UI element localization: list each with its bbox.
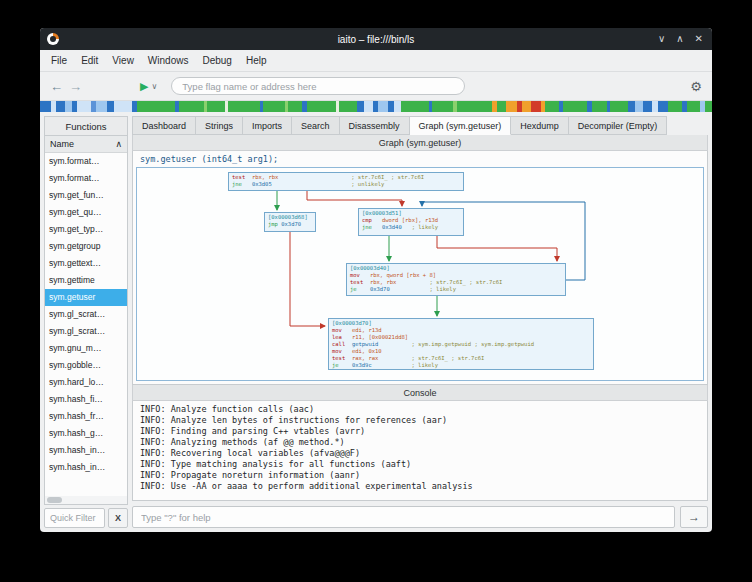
asm-token: edi, 0x10: [352, 348, 382, 354]
command-row: →: [132, 506, 708, 528]
titlebar[interactable]: iaito – file:///bin/ls ∨ ∧ ✕: [40, 28, 712, 50]
asm-line: [0x00003d51]: [362, 210, 460, 217]
menu-debug[interactable]: Debug: [195, 52, 238, 69]
function-list-item[interactable]: sym.get_fun…: [45, 187, 127, 204]
asm-line: je 0x3d9c ; likely: [332, 362, 590, 369]
function-list-item[interactable]: sym.format…: [45, 170, 127, 187]
function-list-item[interactable]: sym.getgroup: [45, 238, 127, 255]
mem-segment: [107, 101, 114, 112]
asm-token: je: [332, 362, 352, 368]
tab-strings[interactable]: Strings: [196, 116, 243, 135]
close-icon[interactable]: ✕: [695, 28, 703, 50]
asm-line: [0x00003d40]: [350, 265, 562, 272]
function-list-item[interactable]: sym.hash_in…: [45, 442, 127, 459]
asm-line: test rbx, rbx ; str.7c6I_ ; str.7c6I: [232, 174, 460, 181]
mem-segment: [658, 101, 669, 112]
mem-segment: [592, 101, 606, 112]
mem-segment: [137, 101, 176, 112]
basic-block[interactable]: [0x00003d70]mov edi, r13dlea r11, [0x000…: [328, 318, 594, 370]
function-list-item[interactable]: sym.getuser: [45, 289, 127, 306]
function-list-item[interactable]: sym.gettime: [45, 272, 127, 289]
console-widget-header[interactable]: Console: [132, 385, 708, 401]
tab-disassembly[interactable]: Disassembly: [340, 116, 410, 135]
mem-segment: [687, 101, 699, 112]
asm-line: test rbx, rbx ; str.7c6I_ ; str.7c6I: [350, 279, 562, 286]
mem-segment: [357, 101, 364, 112]
tab-search[interactable]: Search: [292, 116, 340, 135]
mem-segment: [522, 101, 531, 112]
mem-segment: [635, 101, 644, 112]
tab-graph-sym-getuser[interactable]: Graph (sym.getuser): [410, 116, 512, 135]
graph-widget-header[interactable]: Graph (sym.getuser): [132, 135, 708, 151]
functions-tab[interactable]: Functions: [44, 116, 128, 135]
back-icon[interactable]: ←: [50, 80, 63, 93]
debug-controls: ▶ ∨: [140, 80, 157, 93]
tab-imports[interactable]: Imports: [243, 116, 292, 135]
asm-token: ; likely: [390, 286, 456, 292]
function-list-item[interactable]: sym.hard_lo…: [45, 374, 127, 391]
maximize-icon[interactable]: ∧: [676, 28, 683, 50]
function-list-item[interactable]: sym.gl_scrat…: [45, 306, 127, 323]
horizontal-scrollbar[interactable]: [45, 496, 127, 504]
function-list-item[interactable]: sym.hash_g…: [45, 425, 127, 442]
minimize-icon[interactable]: ∨: [658, 28, 665, 50]
mem-segment: [563, 101, 588, 112]
function-list-item[interactable]: sym.gettext…: [45, 255, 127, 272]
function-list-item[interactable]: sym.gl_scrat…: [45, 323, 127, 340]
mem-segment: [179, 101, 204, 112]
play-icon[interactable]: ▶: [140, 80, 148, 93]
seek-input[interactable]: [171, 77, 465, 95]
asm-token: 0x3d05: [252, 181, 272, 187]
asm-token: dword [rbx], r13d: [382, 217, 438, 223]
forward-icon[interactable]: →: [69, 80, 82, 93]
menu-edit[interactable]: Edit: [74, 52, 105, 69]
basic-block[interactable]: test rbx, rbx ; str.7c6I_ ; str.7c6Ijne …: [228, 172, 464, 191]
tab-hexdump[interactable]: Hexdump: [511, 116, 569, 135]
asm-token: [0x00003d40]: [350, 265, 390, 271]
function-list-item[interactable]: sym.format…: [45, 153, 127, 170]
asm-token: ; unlikely: [272, 181, 385, 187]
mem-segment: [65, 101, 72, 112]
menu-windows[interactable]: Windows: [141, 52, 196, 69]
tab-decompiler-empty[interactable]: Decompiler (Empty): [569, 116, 668, 135]
graph-canvas[interactable]: test rbx, rbx ; str.7c6I_ ; str.7c6Ijne …: [136, 167, 704, 381]
menu-help[interactable]: Help: [239, 52, 274, 69]
function-list-item[interactable]: sym.hash_fi…: [45, 391, 127, 408]
asm-token: rax, rax: [352, 355, 379, 361]
function-list-item[interactable]: sym.hash_fr…: [45, 408, 127, 425]
function-list-item[interactable]: sym.hash_in…: [45, 459, 127, 476]
console-command-input[interactable]: [132, 506, 675, 528]
basic-block[interactable]: [0x00003d40]mov rbx, qword [rbx + 8]test…: [346, 263, 566, 296]
gear-icon[interactable]: ⚙: [690, 79, 702, 94]
basic-block[interactable]: [0x00003d68]jmp 0x3d70: [264, 212, 316, 232]
mem-segment: [228, 101, 260, 112]
menu-file[interactable]: File: [44, 52, 74, 69]
edge-false-branch: [290, 232, 325, 326]
console-line: INFO: Analyze len bytes of instructions …: [140, 415, 700, 426]
tab-bar: DashboardStringsImportsSearchDisassembly…: [132, 116, 708, 135]
play-dropdown-icon[interactable]: ∨: [151, 82, 157, 91]
sort-ascending-icon[interactable]: ∧: [115, 139, 122, 149]
asm-token: mov: [332, 327, 352, 333]
quick-filter-input[interactable]: [44, 508, 105, 528]
console-output[interactable]: INFO: Analyze function calls (aac)INFO: …: [132, 401, 708, 501]
function-list-item[interactable]: sym.get_typ…: [45, 221, 127, 238]
function-list-item[interactable]: sym.gnu_m…: [45, 340, 127, 357]
function-list: sym.format…sym.format…sym.get_fun…sym.ge…: [45, 153, 127, 496]
asm-token: jne: [232, 181, 252, 187]
tab-dashboard[interactable]: Dashboard: [132, 116, 196, 135]
execute-button[interactable]: →: [680, 506, 708, 528]
menu-view[interactable]: View: [105, 52, 141, 69]
scrollbar-thumb[interactable]: [47, 497, 62, 503]
mem-segment: [668, 101, 682, 112]
function-list-item[interactable]: sym.get_qu…: [45, 204, 127, 221]
memory-map-strip[interactable]: [40, 101, 712, 112]
functions-list-header[interactable]: Name ∧: [45, 136, 127, 153]
asm-token: [0x00003d68]: [268, 214, 308, 220]
asm-token: call: [332, 341, 352, 347]
name-column-header[interactable]: Name: [50, 139, 74, 149]
basic-block[interactable]: [0x00003d51]cmp dword [rbx], r13djne 0x3…: [358, 208, 464, 236]
clear-filter-button[interactable]: X: [108, 508, 128, 528]
function-list-item[interactable]: sym.gobble…: [45, 357, 127, 374]
asm-token: mov: [350, 272, 370, 278]
